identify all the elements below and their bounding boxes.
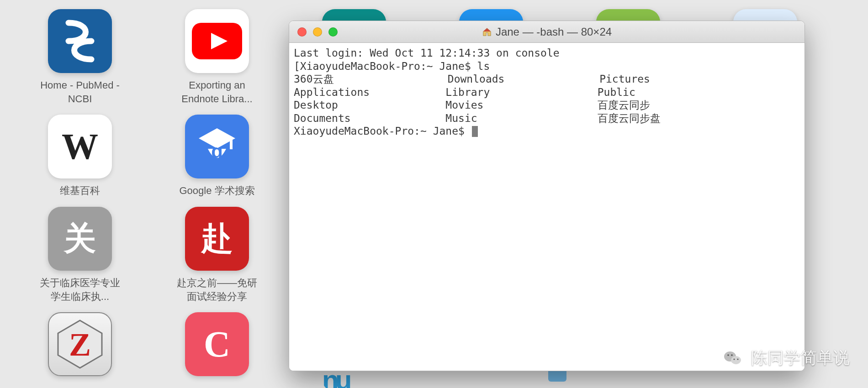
desktop-icon-label: Google 学术搜索 <box>179 184 254 198</box>
bracket: [ <box>294 60 300 72</box>
c-icon: C <box>185 312 249 376</box>
ls-col3-0: Pictures <box>599 73 650 85</box>
guan-icon: 关 <box>48 207 112 271</box>
desktop-col-0: Home - PubMed - NCBI W 维基百科 关 关于临床医学专业学生… <box>37 9 123 382</box>
terminal-window[interactable]: Jane — -bash — 80×24 Last login: Wed Oct… <box>289 21 805 371</box>
pubmed-icon <box>48 9 112 73</box>
desktop-icon-label: Exporting an Endnote Libra... <box>174 79 260 105</box>
ls-col1-0: 360云盘 <box>294 73 334 85</box>
terminal-titlebar[interactable]: Jane — -bash — 80×24 <box>289 21 804 43</box>
desktop-icon-pubmed[interactable]: Home - PubMed - NCBI <box>37 9 123 105</box>
ls-col3-1: Public <box>598 86 635 98</box>
ls-col2-0: Downloads <box>448 73 505 85</box>
ls-col1-1: Applications <box>294 86 370 98</box>
terminal-title: Jane — -bash — 80×24 <box>289 26 804 38</box>
terminal-line: Last login: Wed Oct 11 12:14:33 on conso… <box>294 47 560 59</box>
desktop-icon-c[interactable]: C <box>174 312 260 382</box>
svg-rect-5 <box>230 137 233 149</box>
desktop-icon-fu[interactable]: 赴 赴京之前——免研面试经验分享 <box>174 207 260 303</box>
ls-col3-3: 百度云同步盘 <box>598 112 661 124</box>
svg-text:Z: Z <box>69 326 91 363</box>
watermark: 陈同学简单说 <box>721 346 850 370</box>
terminal-prompt: XiaoyudeMacBook-Pro:~ Jane$ <box>300 60 471 72</box>
ls-col1-3: Documents <box>294 112 351 124</box>
ls-col3-2: 百度云同步 <box>598 99 650 111</box>
zotero-icon: Z <box>48 312 112 376</box>
desktop-icon-label: 赴京之前——免研面试经验分享 <box>174 276 260 303</box>
svg-text:g: g <box>211 141 223 162</box>
window-controls <box>297 27 338 37</box>
terminal-cursor <box>472 126 478 137</box>
home-icon <box>482 27 492 37</box>
desktop-icon-label: 关于临床医学专业学生临床执... <box>37 276 123 303</box>
svg-point-12 <box>734 359 735 360</box>
terminal-prompt-2: XiaoyudeMacBook-Pro:~ Jane$ <box>294 125 465 137</box>
desktop-icon-guan[interactable]: 关 关于临床医学专业学生临床执... <box>37 207 123 303</box>
desktop-icon-zotero[interactable]: Z <box>37 312 123 382</box>
ls-col2-2: Movies <box>445 99 483 111</box>
watermark-text: 陈同学简单说 <box>751 347 850 369</box>
desktop-icon-youtube[interactable]: Exporting an Endnote Libra... <box>174 9 260 105</box>
zoom-button[interactable] <box>328 27 338 37</box>
ls-col2-3: Music <box>445 112 477 124</box>
fu-icon: 赴 <box>185 207 249 271</box>
close-button[interactable] <box>297 27 307 37</box>
ls-col1-2: Desktop <box>294 99 338 111</box>
wechat-icon <box>721 346 745 370</box>
ls-col2-1: Library <box>445 86 490 98</box>
wikipedia-icon: W <box>48 115 112 178</box>
terminal-body[interactable]: Last login: Wed Oct 11 12:14:33 on conso… <box>289 43 804 371</box>
svg-point-10 <box>727 354 729 356</box>
svg-point-9 <box>731 356 741 364</box>
minimize-button[interactable] <box>313 27 322 37</box>
terminal-command: ls <box>477 60 490 72</box>
desktop-icon-scholar[interactable]: g Google 学术搜索 <box>174 115 260 198</box>
desktop-icon-label: 维基百科 <box>60 184 100 198</box>
desktop-icon-wikipedia[interactable]: W 维基百科 <box>37 115 123 198</box>
svg-point-13 <box>737 359 739 360</box>
scholar-icon: g <box>185 115 249 178</box>
desktop-icon-label: Home - PubMed - NCBI <box>37 79 123 105</box>
svg-point-11 <box>731 354 733 356</box>
desktop-col-1: Exporting an Endnote Libra... g Google 学… <box>174 9 260 382</box>
youtube-icon <box>185 9 249 73</box>
